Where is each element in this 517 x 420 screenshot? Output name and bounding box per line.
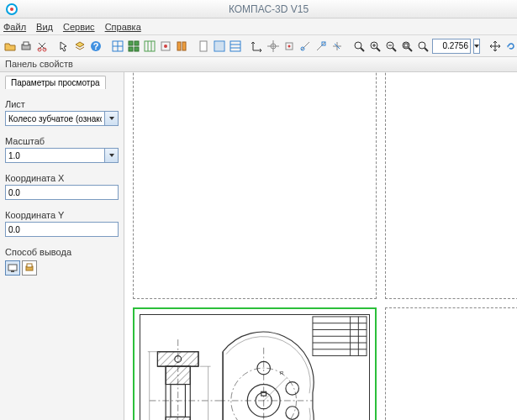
svg-rect-58 xyxy=(27,264,32,267)
output-mode-print-icon[interactable] xyxy=(22,260,37,276)
svg-rect-56 xyxy=(11,270,14,272)
svg-rect-3 xyxy=(24,42,29,45)
zoom-dropdown[interactable] xyxy=(473,39,480,54)
page-icon[interactable] xyxy=(197,38,210,55)
svg-rect-55 xyxy=(8,265,17,270)
print-icon[interactable] xyxy=(19,38,33,55)
svg-text:?: ? xyxy=(93,41,99,51)
layers-icon[interactable] xyxy=(73,38,87,55)
properties-panel-title: Панель свойств xyxy=(0,57,517,72)
svg-rect-25 xyxy=(230,41,240,51)
svg-line-52 xyxy=(425,48,428,51)
svg-line-50 xyxy=(409,48,412,51)
svg-rect-21 xyxy=(182,42,186,50)
svg-rect-13 xyxy=(129,47,133,51)
svg-point-48 xyxy=(403,42,409,49)
svg-rect-14 xyxy=(135,47,139,51)
svg-point-100 xyxy=(286,407,299,420)
output-label: Способ вывода xyxy=(5,247,119,257)
sheet-dropdown-icon[interactable] xyxy=(105,111,119,126)
cut-icon[interactable] xyxy=(35,38,49,55)
coordx-label: Координата X xyxy=(5,173,119,183)
menu-help[interactable]: Справка xyxy=(105,22,141,32)
scale-select[interactable] xyxy=(5,148,105,163)
grid3-icon[interactable] xyxy=(143,38,156,55)
scale-dropdown-icon[interactable] xyxy=(105,148,119,163)
sheet-label: Лист xyxy=(5,99,119,109)
axis-icon[interactable] xyxy=(251,38,264,55)
svg-rect-22 xyxy=(200,41,207,51)
svg-rect-12 xyxy=(135,41,139,45)
help-icon[interactable]: ? xyxy=(89,38,103,55)
svg-point-99 xyxy=(286,382,299,396)
snap1-icon[interactable] xyxy=(266,38,280,55)
svg-rect-49 xyxy=(404,44,408,47)
svg-line-44 xyxy=(377,48,380,51)
svg-point-51 xyxy=(419,42,425,49)
svg-line-40 xyxy=(361,48,364,51)
zoom-fit-icon[interactable] xyxy=(400,38,414,55)
svg-rect-71 xyxy=(157,352,198,366)
tool-a-icon[interactable] xyxy=(159,38,172,55)
svg-point-34 xyxy=(288,45,291,47)
snap3-icon[interactable] xyxy=(298,38,312,55)
grid2-icon[interactable] xyxy=(127,38,140,55)
drawing-sheet: R 2 отв Колесо зу xyxy=(133,307,377,420)
svg-rect-15 xyxy=(145,41,155,51)
svg-text:R: R xyxy=(280,370,283,375)
menu-bar: Файл Вид Сервис Справка xyxy=(0,18,517,35)
grid1-icon[interactable] xyxy=(111,38,124,55)
toolbar: ? 5. xyxy=(0,35,517,57)
scale-label: Масштаб xyxy=(5,136,119,146)
svg-point-19 xyxy=(164,45,167,48)
output-mode-screen-icon[interactable] xyxy=(5,260,20,276)
grid5-icon[interactable] xyxy=(229,38,242,55)
svg-rect-76 xyxy=(166,366,190,384)
side-panel: Параметры просмотра Лист Масштаб Координ… xyxy=(0,72,124,420)
app-icon xyxy=(5,3,18,16)
svg-rect-77 xyxy=(166,417,190,420)
menu-service[interactable]: Сервис xyxy=(63,22,95,32)
view-params-tab[interactable]: Параметры просмотра xyxy=(5,76,106,89)
svg-rect-24 xyxy=(215,42,224,50)
svg-line-47 xyxy=(393,48,396,51)
menu-view[interactable]: Вид xyxy=(36,22,53,32)
menu-file[interactable]: Файл xyxy=(3,22,26,32)
zoom-input[interactable] xyxy=(432,39,471,54)
snap5-icon[interactable] xyxy=(330,38,344,55)
snap2-icon[interactable] xyxy=(282,38,296,55)
svg-line-103 xyxy=(264,378,287,401)
svg-rect-20 xyxy=(177,42,181,50)
title-bar: КОМПАС-3D V15 xyxy=(0,0,517,18)
sheet-select[interactable] xyxy=(5,111,105,126)
tool-b-icon[interactable] xyxy=(175,38,188,55)
coordy-input[interactable] xyxy=(5,222,119,237)
snap4-icon[interactable] xyxy=(314,38,328,55)
pointer-icon[interactable] xyxy=(57,38,71,55)
zoom-icon[interactable] xyxy=(352,38,366,55)
coordy-label: Координата Y xyxy=(5,210,119,220)
zoom-in-icon[interactable] xyxy=(368,38,382,55)
window-title: КОМПАС-3D V15 xyxy=(25,3,512,15)
open-icon[interactable] xyxy=(3,38,17,55)
drawing-canvas[interactable]: R 2 отв Колесо зу xyxy=(124,72,517,420)
zoom-out-icon[interactable] xyxy=(384,38,398,55)
coordx-input[interactable] xyxy=(5,185,119,200)
zoom-sel-icon[interactable] xyxy=(416,38,430,55)
refresh-icon[interactable] xyxy=(504,38,517,55)
svg-point-39 xyxy=(355,42,361,49)
pan-icon[interactable] xyxy=(488,38,502,55)
svg-point-1 xyxy=(10,8,13,11)
grid4-icon[interactable] xyxy=(213,38,226,55)
svg-rect-11 xyxy=(129,41,133,45)
